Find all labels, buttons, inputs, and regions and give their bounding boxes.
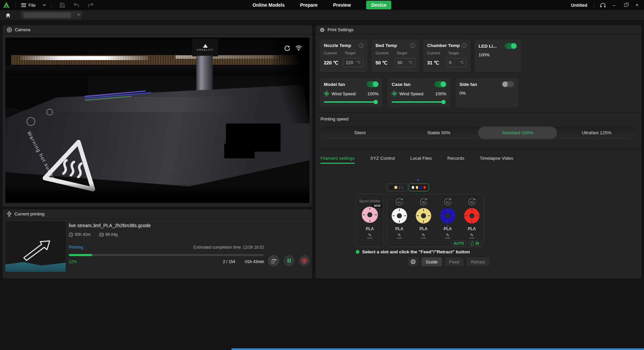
taskbar-accent-strip: [232, 348, 644, 350]
restore-button[interactable]: [621, 0, 631, 10]
spool-holder-card[interactable]: Spool Holder RFID PLA ✎: [356, 194, 384, 247]
edit-filament-icon[interactable]: ✎: [421, 233, 427, 238]
document-tab[interactable]: ×: [21, 11, 82, 19]
fan-icon: [324, 91, 329, 96]
chamber-temp-title: Chamber Temp: [427, 43, 460, 48]
speed-option-ultrafast[interactable]: Ultrafast 125%: [557, 127, 636, 139]
change-plate-button[interactable]: [268, 255, 279, 266]
info-icon[interactable]: i: [410, 43, 415, 48]
filament-slot-4c[interactable]: 4C ▼ PLA ✎: [436, 198, 460, 238]
info-icon[interactable]: i: [359, 43, 363, 48]
filament-dot: [424, 186, 426, 189]
tab-close-icon[interactable]: ×: [77, 12, 80, 17]
tab-xyz-control[interactable]: XYZ Control: [370, 156, 395, 164]
undo-button[interactable]: [71, 3, 82, 7]
camera-refresh-button[interactable]: [284, 45, 291, 52]
filament-group-spool-holder[interactable]: / /: [387, 184, 408, 191]
file-menu-button[interactable]: File: [21, 3, 46, 8]
spool-holder-spool[interactable]: RFID: [362, 207, 378, 223]
divider: [15, 2, 16, 8]
minimize-button[interactable]: –: [609, 0, 619, 10]
divider: [51, 2, 52, 8]
material-library-button[interactable]: [408, 257, 418, 266]
tab-filament-settings[interactable]: Filament settings: [320, 156, 355, 164]
camera-wifi-button[interactable]: [295, 45, 302, 51]
nozzle-current-temp: 220 ℃: [324, 60, 343, 65]
speed-option-silent[interactable]: Silent: [320, 127, 399, 139]
case-fan-slider[interactable]: [392, 101, 445, 103]
spool-holder-label: Spool Holder: [359, 199, 381, 203]
slot-ring-icon: 4A: [395, 198, 404, 206]
printing-speed-label: Printing speed: [320, 116, 348, 121]
edit-filament-icon[interactable]: ✎: [445, 233, 451, 238]
scene-gantry: [196, 56, 213, 91]
edit-filament-icon[interactable]: ✎: [397, 233, 402, 238]
led-light-toggle[interactable]: [505, 43, 517, 49]
spool-4b[interactable]: [416, 208, 431, 223]
edit-filament-icon[interactable]: ✎: [469, 233, 475, 238]
model-fan-slider[interactable]: [324, 101, 377, 103]
redo-button[interactable]: [85, 3, 96, 7]
nozzle-target-input-box: ℃: [343, 58, 363, 67]
close-button[interactable]: ×: [632, 0, 642, 10]
tab-local-files[interactable]: Local Files: [410, 156, 432, 164]
scene-light-reflection2: [176, 55, 279, 59]
camera-icon: [7, 27, 12, 33]
spool-hub: [367, 212, 373, 217]
chamber-target-input[interactable]: [449, 60, 459, 65]
side-fan-card: Side fan 0%: [455, 78, 518, 107]
info-icon[interactable]: i: [462, 43, 466, 48]
tab-records[interactable]: Records: [447, 156, 464, 164]
slider-knob[interactable]: [374, 100, 378, 104]
stop-button[interactable]: [299, 255, 310, 266]
filament-group-cfs[interactable]: [409, 184, 429, 191]
chamber-current-temp: 31 ℃: [427, 60, 446, 65]
guide-button[interactable]: Guide: [422, 257, 442, 266]
model-fan-value: 100%: [367, 91, 379, 96]
refresh-icon: [284, 45, 291, 52]
filament-slot-4a[interactable]: 4A PLA ✎: [387, 198, 411, 238]
pause-icon: [288, 259, 291, 263]
spool-4a[interactable]: [392, 208, 407, 223]
support-button[interactable]: [598, 0, 608, 10]
speed-option-stable[interactable]: Stable 50%: [399, 127, 478, 139]
gear-icon: [319, 27, 325, 33]
nav-online-models[interactable]: Online Models: [253, 2, 285, 8]
slot-4b-material: PLA: [419, 227, 428, 231]
home-button[interactable]: [4, 11, 12, 19]
home-icon: [5, 13, 11, 18]
case-fan-toggle[interactable]: [434, 81, 446, 87]
pause-button[interactable]: [283, 255, 295, 266]
filament-slot-4b[interactable]: 4B PLA ✎: [411, 198, 436, 238]
unit-label: ℃: [357, 60, 361, 65]
scene-foreground-shadow: [5, 183, 309, 203]
spool-hub: [421, 213, 426, 218]
filament-slots-card: 4A PLA ✎ 4B PLA: [387, 194, 484, 247]
speed-option-standard[interactable]: Standard 100%: [478, 127, 557, 139]
nav-preview[interactable]: Preview: [333, 2, 351, 8]
print-settings-title: Print Settings: [328, 27, 353, 32]
model-fan-toggle[interactable]: [366, 81, 379, 87]
filament-slot-4d[interactable]: 4D PLA ✎: [460, 198, 484, 238]
fan-icon: [392, 91, 397, 96]
edit-filament-icon[interactable]: ✎: [367, 233, 373, 238]
save-button[interactable]: [57, 3, 67, 8]
spool-4c[interactable]: [440, 208, 455, 223]
side-fan-toggle[interactable]: [502, 81, 514, 87]
chamber-temp-card: Chamber Temp i Current Target 31 ℃ ℃: [423, 40, 470, 72]
spool-4d[interactable]: [464, 208, 480, 223]
nav-device[interactable]: Device: [366, 1, 391, 9]
feed-button[interactable]: Feed: [445, 257, 464, 266]
slot-ring-icon: 4D: [467, 198, 476, 206]
menu-icon: [21, 3, 26, 7]
filament-dot: [416, 186, 418, 189]
tab-timelapse-video[interactable]: Timelapse Video: [480, 156, 513, 164]
retract-button[interactable]: Retract: [466, 257, 489, 266]
side-fan-value: 0%: [459, 91, 514, 96]
divider: [315, 112, 641, 113]
bed-target-input[interactable]: [397, 60, 407, 65]
nozzle-target-input[interactable]: [346, 60, 356, 65]
slider-knob[interactable]: [441, 100, 446, 104]
tab-strip: ×: [0, 10, 644, 20]
nav-prepare[interactable]: Prepare: [300, 2, 317, 8]
